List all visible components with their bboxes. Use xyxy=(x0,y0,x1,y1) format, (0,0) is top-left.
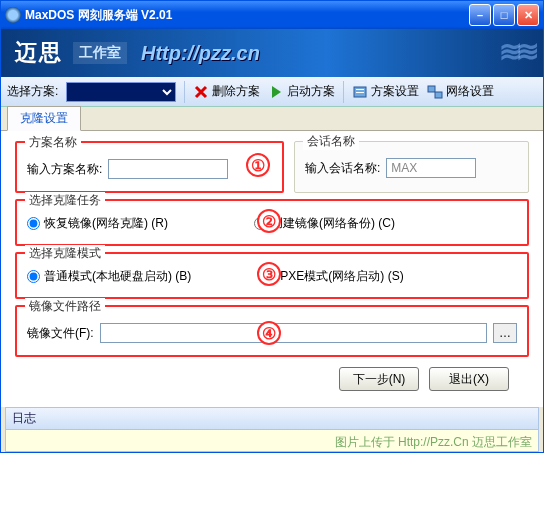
banner: 迈思 工作室 Http://pzz.cn ≋≋ xyxy=(1,29,543,77)
delete-plan-button[interactable]: 删除方案 xyxy=(193,83,260,100)
network-icon xyxy=(427,84,443,100)
log-header: 日志 xyxy=(5,407,539,430)
image-file-input[interactable] xyxy=(100,323,487,343)
network-settings-label: 网络设置 xyxy=(446,83,494,100)
radio-restore-image[interactable]: 恢复镜像(网络克隆) (R) xyxy=(27,215,168,232)
brand-text: 迈思 xyxy=(15,38,63,68)
log-panel: 日志 图片上传于 Http://Pzz.Cn 迈思工作室 xyxy=(5,407,539,452)
network-settings-button[interactable]: 网络设置 xyxy=(427,83,494,100)
toolbar: 选择方案: 删除方案 启动方案 方案设置 网络设置 xyxy=(1,77,543,107)
footer-attribution: 图片上传于 Http://Pzz.Cn 迈思工作室 xyxy=(335,434,532,451)
group-clone-mode: 选择克隆模式 普通模式(本地硬盘启动) (B) ③ PXE模式(网络启动) (S… xyxy=(15,252,529,299)
radio-pxe-mode[interactable]: PXE模式(网络启动) (S) xyxy=(263,268,403,285)
window-titlebar: MaxDOS 网刻服务端 V2.01 – □ ✕ xyxy=(1,1,543,29)
legend-clone-mode: 选择克隆模式 xyxy=(25,245,105,262)
brand-url: Http://pzz.cn xyxy=(141,42,260,65)
settings-icon xyxy=(352,84,368,100)
log-body: 图片上传于 Http://Pzz.Cn 迈思工作室 xyxy=(5,430,539,452)
delete-plan-label: 删除方案 xyxy=(212,83,260,100)
window-title: MaxDOS 网刻服务端 V2.01 xyxy=(25,7,467,24)
legend-plan-name: 方案名称 xyxy=(25,134,81,151)
group-plan-name: 方案名称 输入方案名称: ① xyxy=(15,141,284,193)
play-icon xyxy=(268,84,284,100)
radio-restore-image-label: 恢复镜像(网络克隆) (R) xyxy=(44,215,168,232)
svg-rect-3 xyxy=(428,86,435,92)
minimize-button[interactable]: – xyxy=(469,4,491,26)
next-button[interactable]: 下一步(N) xyxy=(339,367,419,391)
plan-settings-button[interactable]: 方案设置 xyxy=(352,83,419,100)
svg-rect-2 xyxy=(356,92,364,93)
legend-clone-task: 选择克隆任务 xyxy=(25,192,105,209)
radio-restore-image-input[interactable] xyxy=(27,217,40,230)
group-session-name: 会话名称 输入会话名称: xyxy=(294,141,529,193)
session-name-input[interactable] xyxy=(386,158,476,178)
annotation-2: ② xyxy=(257,209,281,233)
radio-normal-mode[interactable]: 普通模式(本地硬盘启动) (B) xyxy=(27,268,191,285)
annotation-4: ④ xyxy=(257,321,281,345)
select-plan-label: 选择方案: xyxy=(7,83,58,100)
radio-normal-mode-input[interactable] xyxy=(27,270,40,283)
plan-name-label: 输入方案名称: xyxy=(27,161,102,178)
legend-session-name: 会话名称 xyxy=(303,133,359,150)
close-button[interactable]: ✕ xyxy=(517,4,539,26)
client-area: 方案名称 输入方案名称: ① 会话名称 输入会话名称: 选择克隆任务 xyxy=(1,131,543,407)
banner-decoration-icon: ≋≋ xyxy=(499,35,533,68)
plan-name-input[interactable] xyxy=(108,159,228,179)
plan-settings-label: 方案设置 xyxy=(371,83,419,100)
svg-rect-4 xyxy=(435,92,442,98)
annotation-3: ③ xyxy=(257,262,281,286)
session-name-label: 输入会话名称: xyxy=(305,160,380,177)
start-plan-button[interactable]: 启动方案 xyxy=(268,83,335,100)
group-clone-task: 选择克隆任务 恢复镜像(网络克隆) (R) ② 创建镜像(网络备份) (C) xyxy=(15,199,529,246)
group-image-path: 镜像文件路径 镜像文件(F): … ④ xyxy=(15,305,529,357)
app-icon xyxy=(5,7,21,23)
radio-normal-mode-label: 普通模式(本地硬盘启动) (B) xyxy=(44,268,191,285)
radio-pxe-mode-label: PXE模式(网络启动) (S) xyxy=(280,268,403,285)
ellipsis-icon: … xyxy=(499,326,511,340)
annotation-1: ① xyxy=(246,153,270,177)
radio-create-image-label: 创建镜像(网络备份) (C) xyxy=(271,215,395,232)
browse-button[interactable]: … xyxy=(493,323,517,343)
start-plan-label: 启动方案 xyxy=(287,83,335,100)
tabstrip: 克隆设置 xyxy=(1,107,543,131)
image-file-label: 镜像文件(F): xyxy=(27,325,94,342)
legend-image-path: 镜像文件路径 xyxy=(25,298,105,315)
brand-subtitle: 工作室 xyxy=(73,42,127,64)
maximize-button[interactable]: □ xyxy=(493,4,515,26)
exit-button[interactable]: 退出(X) xyxy=(429,367,509,391)
delete-icon xyxy=(193,84,209,100)
tab-clone-settings[interactable]: 克隆设置 xyxy=(7,106,81,131)
svg-rect-1 xyxy=(356,89,364,90)
plan-select[interactable] xyxy=(66,82,176,102)
